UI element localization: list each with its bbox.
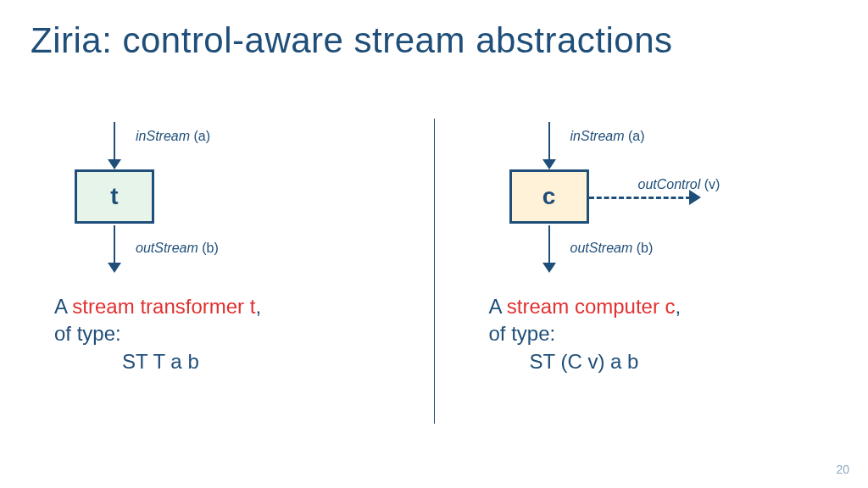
arrow-in-head bbox=[542, 159, 556, 169]
in-stream-label: inStream (a) bbox=[570, 129, 645, 144]
desc-line1: A stream transformer t, bbox=[54, 293, 261, 320]
transformer-diagram: inStream (a) t outStream (b) bbox=[54, 122, 376, 283]
desc-prefix: A bbox=[489, 295, 507, 318]
desc-prefix: A bbox=[54, 295, 72, 318]
arrow-in-head bbox=[108, 159, 121, 169]
out-stream-label-paren: (b) bbox=[632, 241, 653, 255]
out-stream-label: outStream (b) bbox=[136, 241, 219, 256]
arrow-in bbox=[548, 122, 550, 159]
out-stream-label-italic: outStream bbox=[570, 241, 633, 255]
out-stream-label: outStream (b) bbox=[570, 241, 654, 256]
page-number: 20 bbox=[836, 463, 849, 476]
in-stream-label-paren: (a) bbox=[625, 129, 645, 143]
arrow-in bbox=[114, 122, 115, 159]
arrow-out-head bbox=[108, 263, 121, 273]
left-column: inStream (a) t outStream (b) A stream tr… bbox=[0, 110, 434, 441]
arrow-out-head bbox=[542, 263, 556, 273]
arrow-out bbox=[114, 225, 115, 263]
desc-type: ST T a b bbox=[122, 348, 261, 375]
desc-line2: of type: bbox=[489, 320, 682, 347]
desc-comma: , bbox=[255, 295, 261, 318]
slide-title: Ziria: control-aware stream abstractions bbox=[31, 20, 673, 61]
desc-red: stream transformer t bbox=[72, 295, 255, 318]
out-control-label: outControl (v) bbox=[638, 177, 721, 192]
transformer-box: t bbox=[75, 169, 154, 224]
in-stream-label-paren: (a) bbox=[190, 129, 210, 143]
desc-comma: , bbox=[676, 295, 682, 318]
columns: inStream (a) t outStream (b) A stream tr… bbox=[0, 110, 868, 441]
desc-line1: A stream computer c, bbox=[489, 293, 682, 320]
in-stream-label: inStream (a) bbox=[136, 129, 210, 144]
out-control-arrow bbox=[589, 197, 691, 199]
computer-box: c bbox=[509, 169, 589, 224]
out-stream-label-italic: outStream bbox=[136, 241, 198, 255]
right-column: inStream (a) c outControl (v) outStream … bbox=[435, 110, 869, 441]
desc-red: stream computer c bbox=[507, 295, 676, 318]
computer-description: A stream computer c, of type: ST (C v) a… bbox=[489, 293, 682, 375]
desc-line2: of type: bbox=[54, 320, 261, 347]
in-stream-label-italic: inStream bbox=[570, 129, 625, 143]
computer-diagram: inStream (a) c outControl (v) outStream … bbox=[489, 122, 811, 283]
out-control-label-italic: outControl bbox=[638, 177, 701, 191]
desc-type: ST (C v) a b bbox=[530, 348, 682, 375]
transformer-description: A stream transformer t, of type: ST T a … bbox=[54, 293, 261, 375]
out-control-label-paren: (v) bbox=[700, 177, 720, 191]
in-stream-label-italic: inStream bbox=[136, 129, 190, 143]
arrow-out bbox=[548, 225, 550, 263]
out-stream-label-paren: (b) bbox=[198, 241, 219, 255]
